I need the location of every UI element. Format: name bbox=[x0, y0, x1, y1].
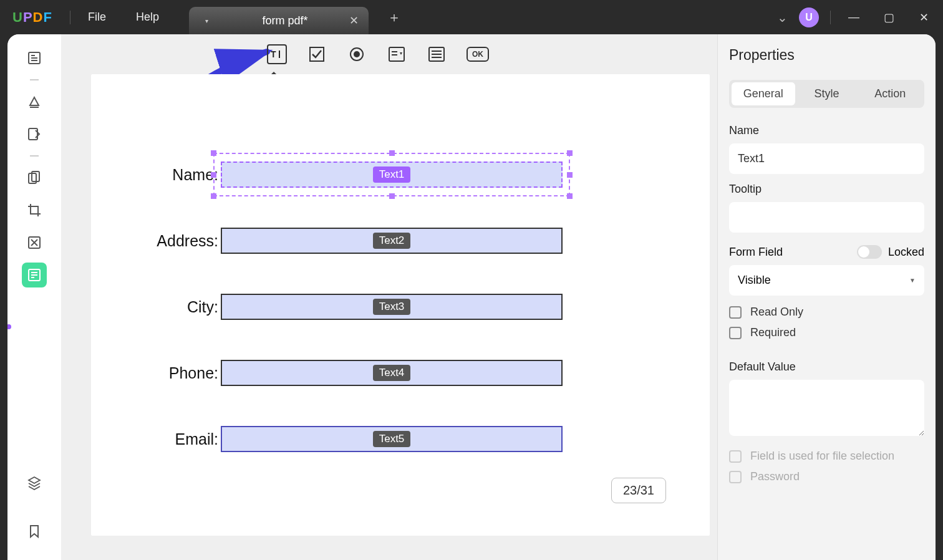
dropdown-tool-icon[interactable] bbox=[387, 44, 407, 64]
resize-handle[interactable] bbox=[389, 193, 395, 199]
tab-action[interactable]: Action bbox=[858, 82, 922, 105]
required-checkbox[interactable] bbox=[729, 327, 742, 339]
locked-label: Locked bbox=[888, 246, 924, 259]
name-label: Name bbox=[729, 124, 924, 137]
form-field-text1[interactable]: Text1 bbox=[221, 162, 563, 188]
field-tag: Text5 bbox=[373, 431, 411, 447]
window-minimize-icon[interactable]: — bbox=[842, 11, 866, 24]
file-selection-label: Field is used for file selection bbox=[750, 450, 894, 463]
field-tag: Text1 bbox=[373, 167, 411, 183]
tab-style[interactable]: Style bbox=[795, 82, 859, 105]
window-maximize-icon[interactable]: ▢ bbox=[877, 11, 901, 24]
list-box-tool-icon[interactable] bbox=[427, 44, 447, 64]
form-row-address: Address: Text2 bbox=[135, 228, 666, 254]
new-tab-icon[interactable]: ＋ bbox=[387, 8, 401, 27]
resize-handle[interactable] bbox=[567, 193, 573, 199]
file-selection-row: Field is used for file selection bbox=[729, 450, 924, 463]
menu-help[interactable]: Help bbox=[136, 11, 159, 24]
resize-handle[interactable] bbox=[389, 150, 395, 156]
form-mode-icon[interactable] bbox=[22, 263, 47, 287]
visibility-select[interactable]: Visible ▼ bbox=[729, 265, 924, 296]
chevron-down-icon[interactable]: ⌄ bbox=[777, 10, 788, 25]
password-row: Password bbox=[729, 470, 924, 483]
crop-icon[interactable] bbox=[22, 198, 47, 223]
resize-handle[interactable] bbox=[211, 172, 216, 178]
tooltip-label: Tooltip bbox=[729, 183, 924, 196]
title-bar: UPDF File Help ▾ form pdf* ✕ ＋ ⌄ U — ▢ ✕ bbox=[0, 0, 943, 34]
text-field-tool-icon[interactable]: T bbox=[267, 44, 287, 64]
readonly-checkbox[interactable] bbox=[729, 306, 742, 319]
chevron-down-icon: ▼ bbox=[909, 277, 916, 284]
svg-rect-15 bbox=[310, 47, 324, 61]
document-tab[interactable]: ▾ form pdf* ✕ bbox=[189, 7, 369, 34]
readonly-row[interactable]: Read Only bbox=[729, 306, 924, 319]
window-close-icon[interactable]: ✕ bbox=[912, 11, 936, 24]
name-input[interactable] bbox=[729, 143, 924, 174]
reader-mode-icon[interactable] bbox=[22, 46, 47, 70]
tab-menu-caret-icon[interactable]: ▾ bbox=[205, 17, 208, 24]
layers-icon[interactable] bbox=[22, 470, 47, 495]
active-indicator-dot bbox=[7, 324, 11, 329]
tooltip-input[interactable] bbox=[729, 202, 924, 233]
form-field-text5[interactable]: Text5 bbox=[221, 426, 563, 452]
form-row-city: City: Text3 bbox=[135, 294, 666, 320]
default-value-label: Default Value bbox=[729, 360, 924, 374]
form-row-phone: Phone: Text4 bbox=[135, 360, 666, 386]
required-label: Required bbox=[750, 326, 796, 339]
resize-handle[interactable] bbox=[567, 150, 573, 156]
divider bbox=[70, 11, 70, 24]
field-label: Address: bbox=[135, 232, 218, 250]
form-field-text2[interactable]: Text2 bbox=[221, 228, 563, 254]
button-tool-label: OK bbox=[472, 50, 483, 59]
tab-close-icon[interactable]: ✕ bbox=[349, 14, 359, 27]
app-body: T OK Text Field Name: bbox=[7, 34, 936, 560]
field-label: Name: bbox=[135, 166, 218, 184]
highlighter-icon[interactable] bbox=[22, 89, 47, 114]
form-field-text3[interactable]: Text3 bbox=[221, 294, 563, 320]
resize-handle[interactable] bbox=[567, 172, 573, 178]
form-field-text4[interactable]: Text4 bbox=[221, 360, 563, 386]
svg-text:T: T bbox=[271, 49, 276, 59]
document-page[interactable]: Name: Text1 Address: bbox=[91, 74, 710, 536]
divider bbox=[830, 11, 831, 24]
left-sidebar bbox=[7, 34, 61, 560]
page-indicator[interactable]: 23/31 bbox=[611, 478, 666, 503]
resize-handle[interactable] bbox=[211, 193, 216, 199]
separator bbox=[30, 79, 39, 80]
edit-text-icon[interactable] bbox=[22, 122, 47, 147]
checkbox-tool-icon[interactable] bbox=[307, 44, 327, 64]
tab-general[interactable]: General bbox=[732, 82, 795, 105]
required-row[interactable]: Required bbox=[729, 326, 924, 339]
field-label: Email: bbox=[135, 430, 218, 448]
resize-handle[interactable] bbox=[211, 150, 216, 156]
default-value-input[interactable] bbox=[729, 380, 924, 436]
form-row-name: Name: Text1 bbox=[135, 162, 666, 188]
tab-title: form pdf* bbox=[246, 14, 324, 27]
separator bbox=[30, 155, 39, 157]
menu-file[interactable]: File bbox=[88, 11, 106, 24]
radio-button-tool-icon[interactable] bbox=[347, 44, 367, 64]
form-field-label: Form Field bbox=[729, 246, 783, 259]
field-tag: Text3 bbox=[373, 299, 411, 315]
form-field-toolbar: T OK bbox=[61, 34, 717, 74]
button-tool-icon[interactable]: OK bbox=[467, 47, 489, 62]
visibility-value: Visible bbox=[738, 274, 771, 287]
locked-toggle[interactable] bbox=[857, 245, 882, 259]
redact-icon[interactable] bbox=[22, 230, 47, 255]
organize-pages-icon[interactable] bbox=[22, 165, 47, 190]
bookmark-icon[interactable] bbox=[22, 519, 47, 544]
password-label: Password bbox=[750, 470, 800, 483]
user-avatar[interactable]: U bbox=[799, 7, 819, 27]
app-logo: UPDF bbox=[12, 9, 52, 26]
field-label: City: bbox=[135, 298, 218, 316]
properties-panel: Properties General Style Action Name Too… bbox=[717, 34, 936, 560]
property-tabs: General Style Action bbox=[729, 80, 924, 108]
canvas-area: T OK Text Field Name: bbox=[61, 34, 717, 560]
field-tag: Text4 bbox=[373, 365, 411, 381]
form-row-email: Email: Text5 bbox=[135, 426, 666, 452]
password-checkbox bbox=[729, 471, 742, 483]
readonly-label: Read Only bbox=[750, 306, 803, 319]
panel-title: Properties bbox=[729, 47, 924, 64]
field-label: Phone: bbox=[135, 364, 218, 382]
svg-point-17 bbox=[354, 51, 360, 57]
